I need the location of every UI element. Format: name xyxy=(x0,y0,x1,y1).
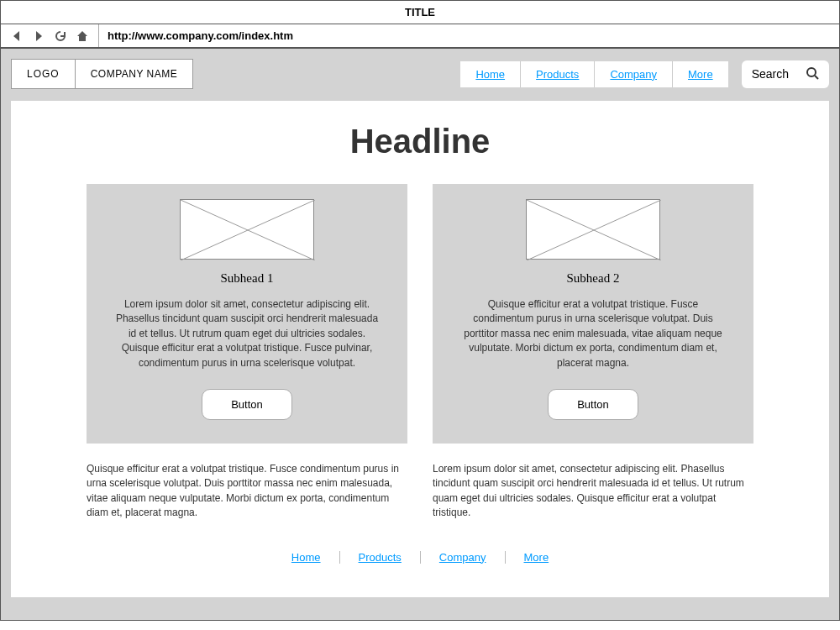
image-placeholder-icon xyxy=(526,199,660,260)
nav-home[interactable]: Home xyxy=(460,61,521,87)
card-1-button[interactable]: Button xyxy=(202,389,292,420)
company-name: COMPANY NAME xyxy=(76,59,194,89)
nav-company[interactable]: Company xyxy=(595,61,673,87)
window-title: TITLE xyxy=(1,1,839,24)
refresh-icon[interactable] xyxy=(53,29,68,44)
card-1-subhead: Subhead 1 xyxy=(112,271,382,286)
lower-text-1: Quisque efficitur erat a volutpat tristi… xyxy=(87,462,407,521)
card-2: Subhead 2 Quisque efficitur erat a volut… xyxy=(433,184,753,444)
forward-icon[interactable] xyxy=(31,29,46,44)
headline: Headline xyxy=(87,123,753,160)
card-2-subhead: Subhead 2 xyxy=(458,271,728,286)
search-placeholder: Search xyxy=(752,67,789,81)
nav-products[interactable]: Products xyxy=(521,61,595,87)
nav-more[interactable]: More xyxy=(673,61,728,87)
image-placeholder-icon xyxy=(180,199,314,260)
footer-company[interactable]: Company xyxy=(421,551,506,564)
footer-products[interactable]: Products xyxy=(340,551,421,564)
svg-point-0 xyxy=(807,68,816,76)
card-1-body: Lorem ipsum dolor sit amet, consectetur … xyxy=(112,297,382,370)
home-icon[interactable] xyxy=(75,29,90,44)
url-bar[interactable]: http://www.company.com/index.htm xyxy=(98,24,839,47)
back-icon[interactable] xyxy=(9,29,24,44)
card-2-body: Quisque efficitur erat a volutpat tristi… xyxy=(458,297,728,370)
logo[interactable]: LOGO xyxy=(11,59,76,89)
card-2-button[interactable]: Button xyxy=(548,389,638,420)
footer-nav: Home Products Company More xyxy=(87,551,753,564)
main-nav: Home Products Company More xyxy=(460,61,727,87)
footer-home[interactable]: Home xyxy=(273,551,340,564)
card-1: Subhead 1 Lorem ipsum dolor sit amet, co… xyxy=(87,184,407,444)
browser-toolbar: http://www.company.com/index.htm xyxy=(1,24,839,49)
footer-more[interactable]: More xyxy=(506,551,568,564)
svg-line-1 xyxy=(815,76,818,79)
lower-text-2: Lorem ipsum dolor sit amet, consectetur … xyxy=(433,462,753,521)
search-icon[interactable] xyxy=(806,66,819,82)
search-box[interactable]: Search xyxy=(742,60,829,88)
